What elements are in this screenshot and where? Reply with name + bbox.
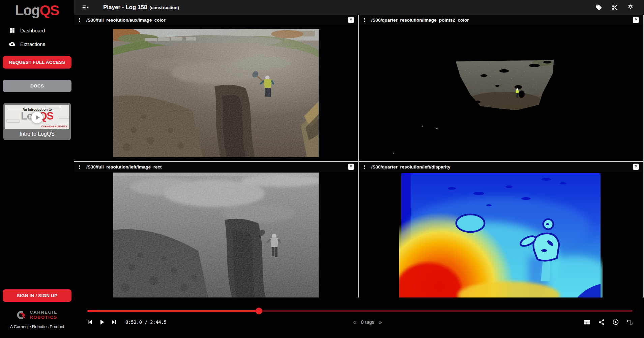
- transport-controls: 0:52.0 / 2:44.5: [86, 318, 167, 326]
- sidebar-nav: Dashboard Extractions: [0, 24, 74, 51]
- panel-topic: /S30/quarter_resolution/image_points2_co…: [371, 18, 469, 23]
- tags-navigator: « 0 tags »: [353, 319, 382, 325]
- carnegie-robotics-logo-icon: [17, 311, 27, 319]
- playback-speed-icon[interactable]: [612, 319, 619, 326]
- share-icon[interactable]: [598, 319, 605, 326]
- panel-header: /S30/full_resolution/left/image_rect: [74, 162, 358, 172]
- tag-icon[interactable]: [595, 4, 602, 11]
- log-type-label: (construction): [149, 5, 179, 10]
- request-full-access-button[interactable]: REQUEST FULL ACCESS: [3, 56, 71, 69]
- intro-video-card[interactable]: An Introduction to LogQS CARNEGIE ROBOTI…: [3, 103, 71, 140]
- seek-handle[interactable]: [256, 308, 262, 314]
- panel-header: /S30/full_resolution/aux/image_color: [74, 15, 358, 25]
- product-note: A Carnegie Robotics Product: [10, 324, 64, 329]
- menu-open-icon[interactable]: [82, 4, 89, 11]
- sidebar-item-label: Extractions: [20, 41, 45, 47]
- layout-icon[interactable]: [583, 318, 591, 326]
- video-thumbnail[interactable]: An Introduction to LogQS CARNEGIE ROBOTI…: [5, 105, 69, 129]
- panel-topic: /S30/quarter_resolution/left/disparity: [371, 164, 450, 170]
- tag-count-label: 0 tags: [361, 319, 375, 325]
- logo-text-red: QS: [39, 2, 59, 18]
- panel-disparity: /S30/quarter_resolution/left/disparity: [359, 162, 643, 297]
- docs-button[interactable]: DOCS: [3, 80, 71, 92]
- panel-image-rect: /S30/full_resolution/left/image_rect: [74, 162, 358, 297]
- panel-resize-handle[interactable]: [643, 15, 644, 297]
- playback-bar: 0:52.0 / 2:44.5 « 0 tags »: [74, 297, 644, 338]
- prev-tag-button[interactable]: «: [353, 319, 357, 325]
- video-byline: CARNEGIE ROBOTICS: [41, 125, 67, 128]
- disparity-island-blob: [456, 214, 485, 232]
- panel-menu-kebab-icon[interactable]: [77, 17, 82, 23]
- title-wrap: Player - Log 158 (construction): [103, 4, 179, 11]
- panel-settings-icon[interactable]: [348, 17, 354, 23]
- panel-menu-kebab-icon[interactable]: [362, 164, 367, 170]
- skip-previous-icon[interactable]: [86, 318, 94, 326]
- sidebar: LogQS Dashboard Extractions REQUEST FULL…: [0, 0, 74, 338]
- seek-fill: [87, 310, 259, 312]
- dashboard-icon: [9, 27, 15, 33]
- topbar: Player - Log 158 (construction): [74, 0, 644, 15]
- logo-text-gray: Log: [15, 2, 39, 18]
- panel-menu-kebab-icon[interactable]: [77, 164, 82, 170]
- page-title: Player - Log 158: [103, 4, 147, 11]
- panel-header: /S30/quarter_resolution/left/disparity: [359, 162, 643, 172]
- play-video-icon[interactable]: [31, 112, 43, 123]
- video-caption: Intro to LogQS: [5, 129, 69, 140]
- camera-image-grayscale: [113, 173, 319, 297]
- play-triangle: [36, 115, 40, 120]
- sidebar-item-extractions[interactable]: Extractions: [0, 37, 74, 51]
- panel-topic: /S30/full_resolution/aux/image_color: [86, 18, 166, 23]
- brand-line-robotics: ROBOTICS: [30, 315, 57, 320]
- player-action-icons: [583, 318, 633, 326]
- point-cloud-view[interactable]: [359, 25, 643, 161]
- panel-points-color: /S30/quarter_resolution/image_points2_co…: [359, 15, 643, 161]
- panel-topic: /S30/full_resolution/left/image_rect: [86, 164, 162, 170]
- panel-image-color: /S30/full_resolution/aux/image_color: [74, 15, 358, 161]
- panel-header: /S30/quarter_resolution/image_points2_co…: [359, 15, 643, 25]
- disparity-image: [399, 173, 603, 297]
- next-tag-button[interactable]: »: [379, 319, 382, 325]
- step-transition-icon[interactable]: [626, 319, 633, 326]
- carnegie-robotics-brand: CARNEGIE ROBOTICS: [17, 310, 57, 320]
- seek-bar[interactable]: [87, 308, 633, 314]
- panel-menu-kebab-icon[interactable]: [362, 17, 367, 23]
- sign-in-button[interactable]: SIGN IN / SIGN UP: [3, 289, 71, 302]
- panel-settings-icon[interactable]: [348, 163, 354, 170]
- topbar-icons: [595, 4, 634, 11]
- settings-gear-icon[interactable]: [627, 4, 634, 11]
- sidebar-item-dashboard[interactable]: Dashboard: [0, 24, 74, 37]
- time-display: 0:52.0 / 2:44.5: [125, 319, 167, 325]
- brand-line-carnegie: CARNEGIE: [30, 310, 57, 315]
- play-icon[interactable]: [98, 318, 106, 326]
- panel-settings-icon[interactable]: [633, 17, 639, 23]
- panel-grid: /S30/full_resolution/aux/image_color: [74, 15, 643, 297]
- skip-next-icon[interactable]: [110, 318, 118, 326]
- cloud-download-icon: [9, 41, 15, 47]
- panel-settings-icon[interactable]: [633, 163, 639, 170]
- sidebar-item-label: Dashboard: [20, 28, 45, 33]
- camera-image-color: [113, 29, 319, 157]
- scissors-cut-icon[interactable]: [611, 4, 618, 11]
- logqs-logo[interactable]: LogQS: [15, 3, 59, 18]
